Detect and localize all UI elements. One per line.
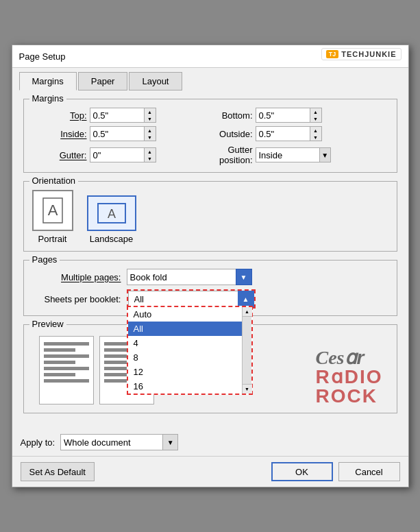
svg-text:A: A	[107, 207, 115, 221]
gutter-pos-dropdown[interactable]: Inside Left Top	[256, 147, 320, 162]
title-bar-left: Page Setup	[19, 51, 66, 62]
sheets-arrow[interactable]: ▲	[238, 291, 254, 307]
list-container: Auto All 4 8 12 16 ▲ ▼	[128, 307, 251, 394]
gutter-pos-label: Gutter position:	[198, 145, 253, 165]
sheets-label: Sheets per booklet:	[32, 294, 121, 304]
dialog-content: Margins Top: ▲ ▼ Bottom: ▲	[12, 90, 408, 430]
line1	[44, 342, 89, 346]
sheets-dropdown-list: Auto All 4 8 12 16 ▲ ▼	[127, 306, 253, 395]
svg-text:A: A	[47, 202, 58, 219]
bottom-down[interactable]: ▼	[310, 115, 321, 122]
bottom-input[interactable]	[256, 108, 310, 123]
scroll-up-btn[interactable]: ▲	[243, 307, 252, 317]
gutter-label: Gutter:	[32, 150, 87, 160]
gutter-spin: ▲ ▼	[90, 147, 165, 162]
inside-label: Inside:	[32, 129, 87, 139]
outside-spin: ▲ ▼	[256, 126, 331, 141]
line5	[44, 367, 89, 370]
list-item-auto[interactable]: Auto	[128, 307, 251, 322]
tab-paper[interactable]: Paper	[78, 72, 128, 90]
watermark-line2: RɑDIO	[316, 367, 383, 387]
action-buttons: Set As Default OK Cancel	[12, 456, 408, 487]
portrait-option[interactable]: A Portrait	[32, 190, 73, 244]
tab-margins[interactable]: Margins	[19, 72, 77, 90]
apply-row: Apply to: Whole document This section ▼	[21, 434, 179, 450]
multiple-pages-label: Multiple pages:	[32, 272, 121, 282]
gutter-pos-arrow[interactable]: ▼	[320, 147, 331, 162]
apply-to-select: Whole document This section ▼	[60, 434, 178, 450]
list-item-8[interactable]: 8	[128, 350, 251, 365]
landscape-label: Landscape	[90, 234, 134, 244]
gutter-down[interactable]: ▼	[145, 155, 156, 162]
inside-spin: ▲ ▼	[90, 126, 165, 141]
top-up[interactable]: ▲	[145, 108, 156, 115]
orientation-group-label: Orientation	[29, 176, 79, 186]
cancel-button[interactable]: Cancel	[338, 462, 400, 481]
bottom-spinners: ▲ ▼	[310, 108, 322, 123]
preview-page-left	[39, 336, 94, 404]
sheets-input[interactable]	[128, 291, 238, 307]
orientation-group: Orientation A Portrait A	[23, 181, 397, 252]
line4	[44, 361, 75, 364]
inside-down[interactable]: ▼	[145, 134, 156, 141]
landscape-option[interactable]: A Landscape	[87, 195, 136, 244]
watermark-line1: Cesɑr	[316, 346, 383, 367]
landscape-icon: A	[87, 195, 136, 231]
outside-label: Outside:	[198, 129, 253, 139]
scroll-down-btn[interactable]: ▼	[243, 384, 252, 394]
top-input[interactable]	[90, 108, 145, 123]
gutter-input[interactable]	[90, 147, 145, 162]
bottom-label: Bottom:	[198, 110, 253, 121]
pages-group: Pages Multiple pages: Book fold Normal M…	[23, 260, 397, 316]
outside-spinners: ▲ ▼	[310, 126, 322, 141]
inside-up[interactable]: ▲	[145, 127, 156, 134]
outside-input[interactable]	[256, 126, 310, 141]
top-spin: ▲ ▼	[90, 108, 165, 123]
gutter-pos-select: Inside Left Top ▼	[256, 147, 331, 162]
list-scrollbar: ▲ ▼	[242, 307, 251, 394]
bottom-up[interactable]: ▲	[310, 108, 321, 115]
multiple-pages-arrow[interactable]: ▼	[236, 269, 252, 285]
orientation-options: A Portrait A Landscape	[32, 190, 388, 244]
top-down[interactable]: ▼	[145, 115, 156, 122]
apply-to-dropdown[interactable]: Whole document This section	[60, 434, 163, 450]
outside-down[interactable]: ▼	[310, 134, 321, 141]
margins-group-label: Margins	[29, 93, 66, 104]
multiple-pages-dropdown: Book fold Normal Mirror margins 2 pages …	[127, 269, 252, 285]
margins-form-grid: Top: ▲ ▼ Bottom: ▲ ▼	[32, 108, 388, 165]
outside-up[interactable]: ▲	[310, 127, 321, 134]
list-item-4[interactable]: 4	[128, 336, 251, 350]
top-label: Top:	[32, 110, 87, 121]
tabs-bar: Margins Paper Layout	[12, 68, 408, 90]
ok-button[interactable]: OK	[271, 462, 333, 481]
tj-text: TECHJUNKIE	[341, 50, 396, 58]
set-as-default-button[interactable]: Set As Default	[21, 462, 95, 481]
list-item-12[interactable]: 12	[128, 365, 251, 379]
line7	[44, 379, 89, 383]
list-item-all[interactable]: All	[128, 322, 251, 336]
bottom-bar: Apply to: Whole document This section ▼	[12, 430, 408, 456]
inside-spinners: ▲ ▼	[145, 126, 156, 141]
watermark: Cesɑr RɑDIO ROCK	[316, 346, 383, 406]
gutter-up[interactable]: ▲	[145, 148, 156, 155]
list-item-16[interactable]: 16	[128, 379, 251, 394]
multiple-pages-select[interactable]: Book fold Normal Mirror margins 2 pages …	[127, 269, 236, 285]
apply-arrow[interactable]: ▼	[163, 434, 178, 450]
inside-input[interactable]	[90, 126, 145, 141]
preview-label: Preview	[29, 319, 66, 329]
multiple-pages-row: Multiple pages: Book fold Normal Mirror …	[32, 269, 388, 285]
sheets-dropdown: ▲ Auto All 4 8 12 16	[127, 289, 256, 309]
portrait-icon: A	[32, 190, 73, 231]
dialog-title: Page Setup	[19, 51, 66, 62]
pages-group-label: Pages	[29, 254, 60, 265]
margins-group: Margins Top: ▲ ▼ Bottom: ▲	[23, 99, 397, 173]
apply-to-label: Apply to:	[21, 437, 55, 448]
tj-icon: TJ	[326, 50, 339, 58]
top-spinners: ▲ ▼	[145, 108, 156, 123]
line3	[44, 354, 89, 358]
tab-layout[interactable]: Layout	[129, 72, 182, 90]
sheets-per-booklet-row: Sheets per booklet: ▲ Auto All 4	[32, 289, 388, 309]
techjunkie-badge: TJ TECHJUNKIE	[321, 48, 402, 60]
portrait-label: Portrait	[38, 234, 67, 244]
spacer	[100, 462, 266, 481]
